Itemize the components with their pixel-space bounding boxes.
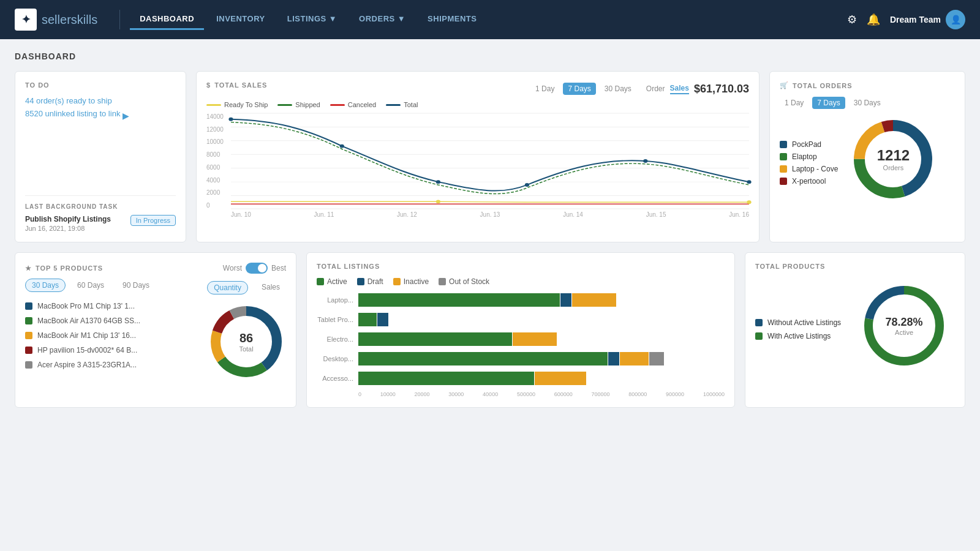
svg-point-14 — [436, 200, 440, 203]
top5-title-text: TOP 5 PRODUCTS — [36, 264, 103, 272]
top5-list: MacBook Pro M1 Chip 13' 1... MacBook Air… — [25, 302, 197, 381]
sales-header-text: $ TOTAL SALES — [206, 81, 267, 89]
legend-canceled-label: Canceled — [348, 101, 376, 108]
bell-icon[interactable]: 🔔 — [867, 13, 880, 26]
legend-active: Active — [317, 277, 347, 286]
nav-orders[interactable]: ORDERS ▼ — [349, 9, 415, 30]
sales-card: $ TOTAL SALES 1 Day 7 Days 30 Days Order… — [196, 71, 760, 242]
bar-tablet-track — [358, 313, 725, 326]
tab-60days[interactable]: 60 Days — [70, 279, 111, 292]
username: Dream Team — [890, 15, 941, 24]
svg-point-12 — [643, 159, 647, 163]
nav-listings[interactable]: LISTINGS ▼ — [277, 9, 347, 30]
svg-point-13 — [747, 180, 751, 184]
bar-seg-active — [358, 293, 560, 307]
top-row: TO DO 44 order(s) ready to ship 8520 unl… — [15, 71, 965, 242]
item5-color — [25, 361, 32, 369]
products-legend-container: Without Active Listings With Active List… — [755, 311, 841, 340]
top5-period-tabs: 30 Days 60 Days 90 Days — [25, 279, 156, 292]
products-donut: 78.28% Active — [858, 280, 950, 372]
bar-laptop-track — [358, 293, 725, 307]
order-label[interactable]: Order — [646, 84, 665, 93]
sales-tab[interactable]: Sales — [255, 281, 286, 294]
bar-seg-inactive — [513, 332, 557, 346]
bar-desktop-track — [358, 352, 725, 365]
bg-task-name: Publish Shopify Listings — [25, 215, 111, 223]
svg-point-15 — [747, 200, 751, 204]
x-axis-labels: Jun. 10Jun. 11Jun. 12Jun. 13Jun. 14Jun. … — [231, 211, 749, 223]
cart-icon: 🛒 — [780, 81, 789, 89]
item4-label: HP pavilion 15-dv0002* 64 B... — [37, 346, 137, 354]
chevron-down-icon: ▼ — [329, 14, 337, 23]
active-label: Active — [327, 277, 347, 286]
bar-electro-label: Electro... — [317, 335, 353, 343]
legend-ready: Ready To Ship — [206, 101, 268, 108]
legend-elaptop: Elaptop — [780, 152, 838, 161]
bg-task-header: LAST BACKGROUND TASK — [25, 203, 176, 210]
bar-accesso: Accesso... — [317, 372, 725, 385]
bar-seg-oos — [649, 352, 664, 365]
listings-title: TOTAL LISTINGS — [317, 263, 380, 270]
bar-desktop-label: Desktop... — [317, 355, 353, 362]
logo-skills: skills — [71, 13, 97, 26]
canceled-icon — [330, 104, 345, 106]
item2-label: MacBook Air A1370 64GB SS... — [37, 317, 140, 325]
dollar-icon: $ — [206, 81, 211, 89]
ready-icon — [206, 104, 221, 106]
bar-tablet: Tablet Pro... — [317, 313, 725, 326]
legend-pockpad: PockPad — [780, 140, 838, 149]
svg-point-10 — [436, 180, 440, 184]
without-active-label: Without Active Listings — [767, 318, 841, 327]
legend-without-active: Without Active Listings — [755, 318, 841, 327]
user-menu[interactable]: Dream Team 👤 — [890, 10, 965, 29]
legend-total-label: Total — [404, 101, 418, 108]
elaptop-color — [780, 153, 787, 160]
nav-dashboard[interactable]: DASHBOARD — [130, 9, 204, 30]
item5-label: Acer Aspire 3 A315-23GR1A... — [37, 361, 137, 369]
legend-ready-label: Ready To Ship — [224, 101, 268, 108]
listings-card: TOTAL LISTINGS Active Draft Inactive Ou — [306, 252, 735, 408]
orders-title: TOTAL ORDERS — [793, 82, 853, 89]
y-axis-labels: 14000 12000 10000 8000 6000 4000 2000 0 — [206, 113, 228, 209]
settings-icon[interactable]: ⚙ — [847, 13, 857, 26]
top5-item-5: Acer Aspire 3 A315-23GR1A... — [25, 361, 197, 369]
sales-label-toggle[interactable]: Sales — [670, 84, 689, 94]
sales-period-7days[interactable]: 7 Days — [563, 83, 595, 95]
bar-laptop-label: Laptop... — [317, 296, 353, 304]
bar-laptop: Laptop... — [317, 293, 725, 307]
sales-period-1day[interactable]: 1 Day — [530, 83, 559, 95]
orders-period-1day[interactable]: 1 Day — [780, 97, 809, 109]
inactive-color — [393, 278, 401, 285]
unlinked-listings-link[interactable]: 8520 unlinked listing to link — [25, 109, 120, 118]
orders-period-7days[interactable]: 7 Days — [812, 97, 845, 109]
orders-layout: PockPad Elaptop Laptop - Cove X-pertoool — [780, 116, 955, 202]
logo-seller: seller — [42, 13, 71, 26]
bar-seg-draft — [560, 293, 571, 307]
logo-icon: ✦ — [15, 9, 37, 31]
sales-period-30days[interactable]: 30 Days — [600, 83, 636, 95]
bottom-row: ★ TOP 5 PRODUCTS Worst Best 30 Days 60 D… — [15, 252, 965, 408]
tab-30days[interactable]: 30 Days — [25, 279, 66, 292]
orders-total: 1212 — [877, 147, 910, 164]
orders-period-30days[interactable]: 30 Days — [849, 97, 886, 109]
worst-best-toggle: Worst Best — [223, 263, 286, 274]
bar-accesso-label: Accesso... — [317, 375, 353, 382]
without-active-color — [755, 319, 763, 326]
tab-90days[interactable]: 90 Days — [116, 279, 156, 292]
star-icon: ★ — [25, 264, 32, 272]
legend-xpertoool: X-pertoool — [780, 177, 838, 186]
logo[interactable]: ✦ sellerskills — [15, 9, 97, 31]
quantity-tab[interactable]: Quantity — [207, 281, 248, 294]
nav-inventory[interactable]: INVENTORY — [206, 9, 275, 30]
listings-bar-chart: Laptop... Tablet Pro... Electro... — [317, 293, 725, 397]
with-active-color — [755, 332, 763, 340]
orders-ready-link[interactable]: 44 order(s) ready to ship — [25, 96, 176, 105]
bar-electro: Electro... — [317, 332, 725, 346]
nav-listings-label: LISTINGS — [287, 14, 326, 23]
chevron-down-icon: ▼ — [398, 14, 405, 23]
worst-best-switch[interactable] — [246, 263, 268, 274]
nav-shipments[interactable]: SHIPMENTS — [418, 9, 486, 30]
legend-laptop-cove: Laptop - Cove — [780, 165, 838, 173]
bar-seg-active — [358, 313, 377, 326]
draft-label: Draft — [368, 277, 383, 286]
